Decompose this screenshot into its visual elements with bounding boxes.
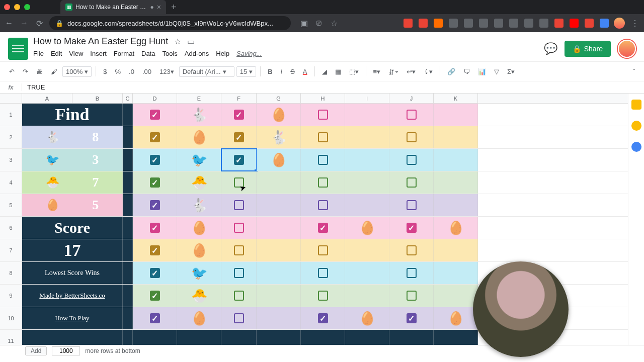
cell-E5[interactable]: 🐇 (177, 194, 221, 216)
cell-H7[interactable] (301, 239, 345, 261)
cell-E2[interactable]: 🥚 (177, 126, 221, 148)
cell-D9[interactable] (133, 285, 177, 307)
cell-K5[interactable] (434, 194, 478, 216)
cell-J3[interactable] (389, 149, 434, 171)
increase-decimal-button[interactable]: .00 (139, 66, 154, 77)
cell-H6[interactable] (301, 217, 345, 239)
extension-icon[interactable] (570, 19, 579, 28)
checkbox[interactable] (407, 268, 417, 278)
checkbox[interactable] (150, 177, 160, 188)
menu-data[interactable]: Data (141, 50, 155, 57)
cell-K3[interactable] (434, 149, 478, 171)
cell-E4[interactable]: 🐣 (177, 171, 221, 194)
cast-icon[interactable]: ▣ (299, 19, 309, 28)
cell-G2[interactable]: 🐇 (257, 126, 301, 148)
checkbox[interactable] (234, 313, 244, 323)
keep-icon-2[interactable] (631, 121, 641, 131)
row-header[interactable]: 11 (0, 330, 22, 345)
cell-I3[interactable] (345, 149, 389, 171)
cell-K10[interactable]: 🥚 (434, 307, 478, 329)
menu-edit[interactable]: Edit (51, 50, 62, 57)
maximize-window-icon[interactable] (24, 4, 30, 10)
checkbox[interactable] (318, 177, 328, 188)
row-header[interactable]: 3 (0, 149, 22, 171)
rotate-button[interactable]: ⤹▾ (421, 66, 436, 77)
row-header[interactable]: 9 (0, 285, 22, 307)
extension-icon[interactable] (494, 19, 503, 28)
cell-G11[interactable] (257, 330, 301, 345)
cell-I6[interactable]: 🥚 (345, 217, 389, 239)
extension-icon[interactable] (539, 19, 548, 28)
extension-icon[interactable] (464, 19, 473, 28)
functions-button[interactable]: Σ▾ (504, 66, 518, 77)
add-rows-count-input[interactable] (52, 346, 80, 355)
cell-J4[interactable] (389, 171, 434, 194)
cell-G10[interactable] (257, 307, 301, 329)
checkbox[interactable] (407, 223, 417, 233)
zoom-select[interactable]: 100% ▾ (62, 66, 92, 77)
cell-J9[interactable] (389, 285, 434, 307)
checkbox[interactable] (234, 245, 244, 255)
checkbox[interactable] (318, 223, 328, 233)
cell-H3[interactable] (301, 149, 345, 171)
row-header[interactable]: 1 (0, 104, 22, 126)
reload-button[interactable]: ⟳ (34, 19, 44, 28)
extension-icon[interactable] (585, 19, 594, 28)
col-header-B[interactable]: B (72, 94, 123, 103)
strike-button[interactable]: S (287, 66, 298, 77)
back-button[interactable]: ← (4, 19, 14, 28)
cell-E7[interactable]: 🥚 (177, 239, 221, 261)
browser-avatar[interactable] (614, 18, 625, 29)
cell-D1[interactable] (133, 104, 177, 126)
more-formats-button[interactable]: 123▾ (156, 66, 177, 77)
checkbox[interactable] (150, 223, 160, 233)
menu-view[interactable]: View (69, 50, 83, 57)
cell-E6[interactable]: 🥚 (177, 217, 221, 239)
row-header[interactable]: 7 (0, 239, 22, 261)
fill-color-button[interactable]: ◢ (319, 66, 330, 77)
cell-F4[interactable] (221, 171, 257, 194)
checkbox[interactable] (318, 132, 328, 142)
checkbox[interactable] (407, 245, 417, 255)
checkbox[interactable] (407, 110, 417, 120)
cell-D8[interactable] (133, 262, 177, 284)
cell-F8[interactable] (221, 262, 257, 284)
doc-title[interactable]: How to Make An Easter Egg Hunt (33, 36, 168, 47)
cell-J6[interactable] (389, 217, 434, 239)
extension-icon[interactable] (600, 19, 609, 28)
col-header-H[interactable]: H (301, 94, 345, 103)
cell-F3[interactable] (221, 149, 257, 171)
sheets-logo-icon[interactable] (8, 38, 28, 60)
checkbox[interactable] (150, 132, 160, 142)
cell-G9[interactable] (257, 285, 301, 307)
row-header[interactable]: 8 (0, 262, 22, 284)
cell-E9[interactable]: 🐣 (177, 285, 221, 307)
cell-E11[interactable] (177, 330, 221, 345)
browser-menu-icon[interactable]: ⋮ (630, 19, 640, 28)
cell-E8[interactable]: 🐦 (177, 262, 221, 284)
checkbox[interactable] (150, 155, 160, 165)
cell-K11[interactable] (434, 330, 478, 345)
forward-button[interactable]: → (19, 19, 29, 28)
checkbox[interactable] (318, 155, 328, 165)
cell-F10[interactable] (221, 307, 257, 329)
checkbox[interactable] (318, 245, 328, 255)
cell-H5[interactable] (301, 194, 345, 216)
checkbox[interactable] (407, 132, 417, 142)
checkbox[interactable] (318, 313, 328, 323)
extension-icon[interactable] (449, 19, 458, 28)
checkbox[interactable] (234, 223, 244, 233)
checkbox[interactable] (150, 200, 160, 210)
cell-H4[interactable] (301, 171, 345, 194)
cell-I5[interactable] (345, 194, 389, 216)
close-tab-icon[interactable]: × (157, 3, 161, 11)
cell-G5[interactable] (257, 194, 301, 216)
cell-E3[interactable]: 🐦 (177, 149, 221, 171)
row-header[interactable]: 10 (0, 307, 22, 329)
cell-D11[interactable] (133, 330, 177, 345)
cell-I10[interactable]: 🥚 (345, 307, 389, 329)
cell-G6[interactable] (257, 217, 301, 239)
account-avatar[interactable] (618, 40, 636, 58)
checkbox[interactable] (234, 155, 244, 165)
menu-format[interactable]: Format (114, 50, 134, 57)
